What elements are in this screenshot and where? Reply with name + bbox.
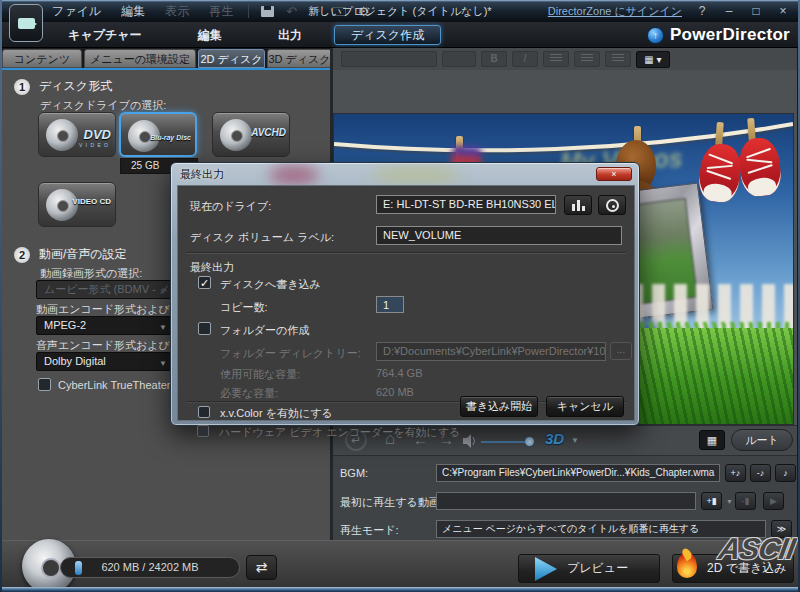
- disc-format-avchd[interactable]: AVCHD: [212, 112, 290, 157]
- drive-settings-button[interactable]: [564, 195, 592, 215]
- logo-orb-icon: ↑: [647, 27, 664, 44]
- xvcolor-checkbox[interactable]: [198, 406, 210, 418]
- close-button[interactable]: ×: [776, 4, 790, 18]
- ascii-watermark: ASCII: [716, 532, 797, 566]
- dvd-sublabel: V I D E O: [79, 142, 109, 148]
- chevron-down-icon[interactable]: ▼: [571, 436, 579, 445]
- directorzone-signin-link[interactable]: DirectorZone にサインイン: [548, 4, 682, 19]
- chevron-down-icon[interactable]: ▼: [726, 498, 733, 505]
- video-format-label: 動画録画形式の選択:: [40, 266, 142, 281]
- window-edge: [0, 587, 800, 592]
- create-disc-button[interactable]: ディスク作成: [334, 25, 441, 45]
- toggle-capacity-view-button[interactable]: ⇄: [246, 555, 277, 580]
- capture-snapshot-icon[interactable]: [261, 6, 274, 17]
- chevron-down-icon: ▼: [159, 283, 167, 299]
- keyboard-toggle-button[interactable]: ▦: [699, 430, 725, 450]
- tab-2d-disc[interactable]: 2D ディスク: [198, 49, 265, 68]
- dialog-close-button[interactable]: ×: [596, 167, 632, 181]
- remove-music-button[interactable]: -♪: [750, 464, 771, 482]
- video-format-select: ムービー形式 (BDMV - メ... ▼: [36, 280, 172, 299]
- preview-button[interactable]: プレビュー: [518, 554, 660, 583]
- current-drive-label: 現在のドライブ:: [190, 199, 271, 214]
- required-space-value: 620 MB: [376, 386, 414, 398]
- avchd-label: AVCHD: [251, 127, 286, 138]
- panel-tabs: コンテンツ メニューの環境設定 2D ディスク 3D ディスク: [2, 49, 332, 68]
- root-menu-button[interactable]: ルート: [731, 429, 793, 451]
- volume-icon[interactable]: [463, 434, 477, 448]
- video-format-value: ムービー形式 (BDMV - メ...: [44, 283, 172, 295]
- undo-icon: ↶: [286, 4, 297, 19]
- burn-to-disc-checkbox[interactable]: ✓: [198, 276, 211, 289]
- app-logo-icon: [9, 4, 43, 42]
- disc-format-dvd[interactable]: DVD V I D E O: [38, 112, 116, 157]
- titlebar: ファイル 編集 表示 再生 ↶ ↷ ⚙ 新しいプロジェクト (タイトルなし)* …: [0, 0, 800, 22]
- window-edge: [0, 0, 800, 2]
- video-encode-select[interactable]: MPEG-2 ▼: [36, 316, 172, 335]
- start-burning-button[interactable]: 書き込み開始: [460, 396, 538, 417]
- dvd-disc-icon: [46, 119, 78, 151]
- step2-title: 動画/音声の設定: [39, 246, 127, 263]
- dialog-titlebar[interactable]: [171, 163, 639, 185]
- bgm-field[interactable]: C:¥Program Files¥CyberLink¥PowerDir...¥K…: [436, 464, 720, 482]
- drive-select-label: ディスクドライブの選択:: [40, 98, 166, 113]
- divider: [186, 252, 626, 254]
- video-camera-icon: [18, 18, 35, 29]
- bottom-bar: 620 MB / 24202 MB ⇄ プレビュー 2D で書き込み ASCII: [0, 540, 800, 592]
- truetheater-checkbox[interactable]: [38, 378, 51, 391]
- text-format-toolbar: B I ▦ ▾: [333, 48, 797, 70]
- folder-directory-label: フォルダー ディレクトリー:: [220, 346, 361, 361]
- menubar: ファイル 編集 表示 再生: [52, 0, 233, 22]
- align-button: [574, 51, 600, 67]
- add-music-button[interactable]: +♪: [725, 464, 746, 482]
- hw-encoder-label: ハードウェア ビデオ エンコーダーを有効にする: [219, 425, 460, 440]
- maximize-button[interactable]: □: [749, 4, 763, 18]
- minimize-button[interactable]: –: [722, 4, 736, 18]
- required-space-label: 必要な容量:: [220, 386, 278, 401]
- menu-properties: BGM: C:¥Program Files¥CyberLink¥PowerDir…: [333, 455, 797, 540]
- final-output-section-title: 最終出力: [190, 260, 234, 275]
- powerdirector-window: ファイル 編集 表示 再生 ↶ ↷ ⚙ 新しいプロジェクト (タイトルなし)* …: [0, 0, 800, 592]
- trim-music-button[interactable]: ♪: [775, 464, 796, 482]
- capacity-meter-fill: [75, 561, 82, 575]
- audio-encode-select[interactable]: Dolby Digital ▼: [36, 352, 172, 371]
- disc-eject-icon: [606, 199, 619, 212]
- tab-3d-disc[interactable]: 3D ディスク: [267, 49, 332, 68]
- bluray-label: Blu-ray Disc: [150, 134, 191, 141]
- font-size-select: [442, 51, 476, 67]
- menu-file[interactable]: ファイル: [52, 3, 101, 20]
- tab-content[interactable]: コンテンツ: [2, 49, 82, 68]
- menu-layout-grid-button[interactable]: ▦ ▾: [636, 51, 670, 68]
- logo-text: PowerDirector: [670, 25, 790, 45]
- mode-capture[interactable]: キャプチャー: [68, 27, 141, 44]
- flame-icon: [675, 550, 699, 580]
- first-play-label: 最初に再生する動画:: [340, 495, 443, 510]
- disc-format-videocd[interactable]: VIDEO CD: [38, 182, 116, 227]
- 3d-mode-button[interactable]: 3D: [545, 430, 564, 447]
- mode-produce[interactable]: 出力: [278, 27, 302, 44]
- available-space-label: 使用可能な容量:: [220, 367, 300, 382]
- remove-first-play-button: -▮: [735, 492, 756, 510]
- create-folder-checkbox[interactable]: [198, 322, 211, 335]
- mode-edit[interactable]: 編集: [198, 27, 222, 44]
- play-mode-field[interactable]: メニュー ページからすべてのタイトルを順番に再生する: [436, 520, 766, 538]
- copies-input[interactable]: 1: [376, 296, 404, 313]
- mode-ribbon: キャプチャー 編集 出力 ディスク作成 ↑ PowerDirector: [0, 22, 800, 48]
- tab-menu-preferences[interactable]: メニューの環境設定: [84, 49, 196, 68]
- erase-disc-button[interactable]: [598, 195, 626, 215]
- add-first-play-button[interactable]: +▮: [701, 492, 722, 510]
- play-first-play-button: ▶: [763, 492, 784, 510]
- volume-slider-handle[interactable]: [525, 437, 534, 446]
- volume-label-field[interactable]: NEW_VOLUME: [376, 226, 622, 245]
- final-output-dialog: 最終出力 × 現在のドライブ: E: HL-DT-ST BD-RE BH10NS…: [170, 162, 640, 426]
- cancel-button[interactable]: キャンセル: [546, 396, 624, 417]
- menu-edit[interactable]: 編集: [121, 3, 145, 20]
- help-button[interactable]: ?: [695, 4, 709, 18]
- separator: [248, 4, 249, 18]
- dvd-label: DVD: [84, 127, 111, 142]
- capacity-value: 25 GB: [131, 160, 159, 171]
- first-play-field[interactable]: [436, 492, 696, 510]
- disc-format-bluray[interactable]: Blu-ray Disc: [119, 112, 197, 157]
- glass-reflection: [269, 165, 319, 185]
- avchd-disc-icon: [220, 119, 252, 151]
- audio-encode-value: Dolby Digital: [44, 355, 106, 367]
